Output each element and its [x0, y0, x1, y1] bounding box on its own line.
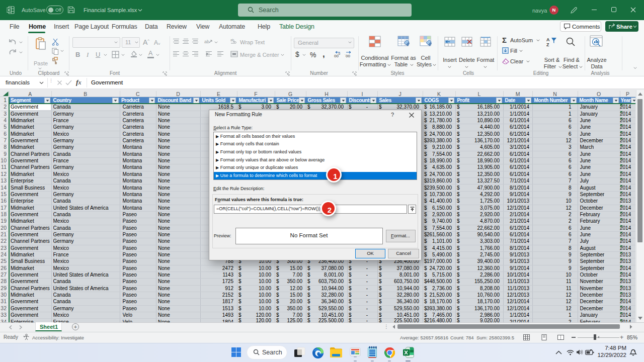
- svg-text:Z: Z: [546, 42, 549, 47]
- svg-text:00: 00: [346, 54, 350, 58]
- svg-text:z: z: [634, 349, 635, 352]
- svg-text:ab: ab: [204, 39, 209, 44]
- svg-text:A: A: [546, 37, 550, 42]
- svg-text:.0: .0: [338, 52, 341, 55]
